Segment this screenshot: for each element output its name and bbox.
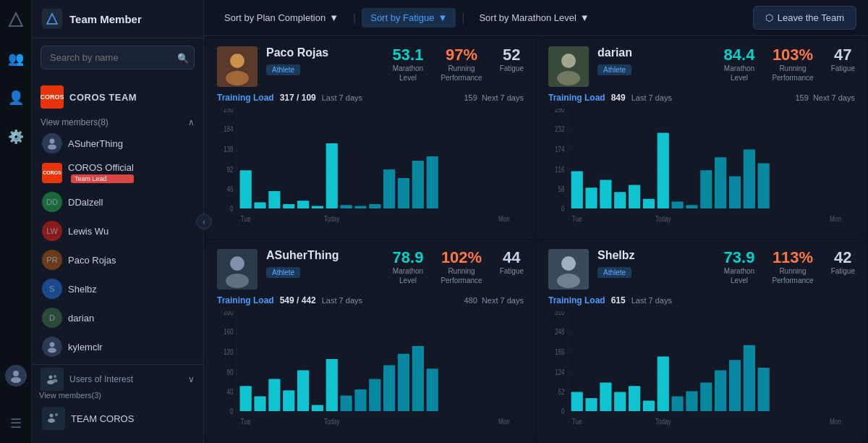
svg-text:310: 310 <box>555 311 565 316</box>
athlete-info-paco: Paco Rojas Athlete <box>266 46 384 75</box>
chart-shelbz: 310 248 186 124 62 0 <box>548 311 855 433</box>
svg-text:200: 200 <box>224 311 234 316</box>
svg-rect-134 <box>658 356 669 411</box>
svg-rect-66 <box>600 180 611 208</box>
svg-point-5 <box>48 145 56 150</box>
avatar-kyle <box>42 337 62 357</box>
member-item-darian[interactable]: D darian <box>32 303 203 332</box>
svg-point-114 <box>561 256 576 271</box>
svg-rect-65 <box>585 187 597 208</box>
athlete-info-asuher: ASuherThing Athlete <box>266 249 384 278</box>
svg-rect-130 <box>600 382 611 411</box>
avatar-lewis: LW <box>42 221 62 241</box>
view-members-interest[interactable]: View members(3) <box>32 391 203 400</box>
stats-asuher: 78.9 MarathonLevel 102% RunningPerforman… <box>393 249 524 285</box>
svg-rect-31 <box>240 170 252 208</box>
search-icon: 🔍 <box>177 52 189 63</box>
svg-point-7 <box>48 348 56 353</box>
sidebar-collapse-btn[interactable]: ‹ <box>196 214 212 229</box>
team-icon[interactable]: 👥 <box>5 48 27 69</box>
athlete-info-shelbz: Shelbz Athlete <box>597 249 715 278</box>
svg-rect-128 <box>571 392 583 411</box>
svg-rect-137 <box>700 382 712 411</box>
athlete-badge-darian: Athlete <box>597 64 631 75</box>
svg-text:184: 184 <box>224 125 234 133</box>
athlete-name-darian: darian <box>597 46 715 59</box>
sort-fatigue-btn[interactable]: Sort by Fatigue ▼ <box>362 8 456 28</box>
svg-text:Mon: Mon <box>830 417 841 426</box>
svg-point-12 <box>50 414 54 418</box>
team-lead-badge: Team Lead <box>71 174 134 183</box>
member-name-asuher: ASuherThing <box>68 138 123 149</box>
main-content: Sort by Plan Completion ▼ | Sort by Fati… <box>204 0 868 443</box>
svg-rect-70 <box>658 133 669 208</box>
svg-rect-136 <box>686 391 697 411</box>
users-of-interest-toggle[interactable]: Users of Interest ∨ <box>32 368 203 391</box>
member-item-team-coros[interactable]: TEAM COROS <box>32 402 203 434</box>
chevron-down-icon: ▼ <box>329 12 339 23</box>
sort-marathon-btn[interactable]: Sort by Marathon Level ▼ <box>470 8 597 28</box>
svg-rect-44 <box>427 156 438 208</box>
svg-text:116: 116 <box>555 164 565 173</box>
athlete-photo-asuher <box>217 249 258 290</box>
avatar-ddalzell: DD <box>42 192 62 212</box>
running-perf-paco: 97% RunningPerformance <box>441 46 482 83</box>
member-item-kyle[interactable]: kylemclr <box>32 332 203 361</box>
svg-rect-103 <box>341 395 352 411</box>
leave-icon: ⬡ <box>765 12 773 23</box>
athlete-badge-asuher: Athlete <box>266 267 300 278</box>
member-name-kyle: kylemclr <box>68 342 103 353</box>
search-box: 🔍 <box>41 46 195 69</box>
card-header-darian: darian Athlete 84.4 MarathonLevel 103% R… <box>548 46 855 87</box>
svg-rect-106 <box>383 365 395 411</box>
fatigue-shelbz: 42 Fatigue <box>831 249 855 276</box>
profile-icon[interactable]: 👤 <box>5 87 27 109</box>
member-item-paco[interactable]: PR Paco Rojas <box>32 245 203 274</box>
stats-darian: 84.4 MarathonLevel 103% RunningPerforman… <box>724 46 855 83</box>
avatar-paco: PR <box>42 250 62 270</box>
svg-rect-132 <box>629 386 640 411</box>
svg-rect-72 <box>686 205 697 208</box>
svg-point-2 <box>11 377 21 383</box>
svg-rect-97 <box>254 397 265 411</box>
svg-text:174: 174 <box>555 145 565 153</box>
member-item-shelbz[interactable]: S Shelbz <box>32 274 203 303</box>
svg-point-17 <box>226 71 249 85</box>
divider-1: | <box>353 12 356 25</box>
training-load-darian: Training Load 849 Last 7 days 159 Next 7… <box>548 93 855 103</box>
svg-rect-33 <box>268 191 280 208</box>
svg-point-82 <box>230 256 244 271</box>
athlete-card-shelbz: Shelbz Athlete 73.9 MarathonLevel 113% R… <box>537 240 867 442</box>
avatar-shelbz: S <box>42 279 62 299</box>
svg-text:232: 232 <box>555 125 565 133</box>
member-item-ddalzell[interactable]: DD DDalzell <box>32 187 203 216</box>
svg-rect-40 <box>369 204 380 208</box>
member-name-lewis: Lewis Wu <box>68 226 109 237</box>
member-item-lewis[interactable]: LW Lewis Wu <box>32 216 203 245</box>
svg-point-49 <box>561 54 576 68</box>
svg-marker-3 <box>47 14 57 24</box>
search-input[interactable] <box>41 46 195 69</box>
avatar-team-coros <box>42 407 65 430</box>
menu-icon[interactable]: ☰ <box>5 413 27 434</box>
member-name-darian: darian <box>68 313 94 324</box>
svg-rect-101 <box>312 405 323 411</box>
svg-rect-131 <box>614 392 626 411</box>
settings-icon[interactable]: ⚙️ <box>5 126 27 148</box>
svg-rect-37 <box>326 143 338 208</box>
user-avatar[interactable] <box>5 365 27 387</box>
svg-rect-138 <box>715 371 726 411</box>
svg-rect-104 <box>354 389 366 411</box>
leave-team-btn[interactable]: ⬡ Leave the Team <box>753 6 856 30</box>
svg-text:0: 0 <box>561 406 565 415</box>
member-item-coros[interactable]: COROS COROS Official Team Lead <box>32 158 203 187</box>
svg-rect-41 <box>383 169 395 208</box>
view-members-toggle[interactable]: View members(8) ∧ <box>32 114 203 129</box>
fatigue-paco: 52 Fatigue <box>500 46 524 73</box>
svg-rect-100 <box>297 371 309 411</box>
member-item-asuher[interactable]: ASuherThing <box>32 129 203 158</box>
logo-icon[interactable] <box>5 9 27 30</box>
athlete-name-paco: Paco Rojas <box>266 46 384 59</box>
sort-plan-btn[interactable]: Sort by Plan Completion ▼ <box>216 8 347 28</box>
member-name-coros: COROS Official <box>68 162 134 173</box>
